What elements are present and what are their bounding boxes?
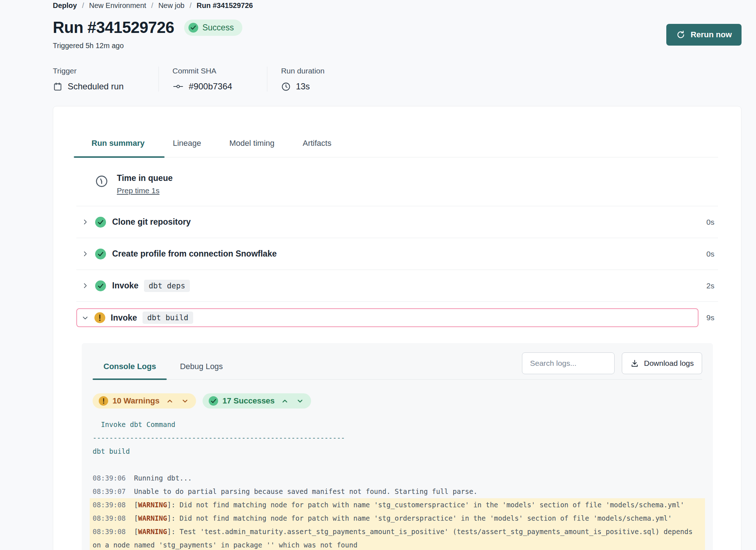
rerun-now-label: Rerun now [691, 30, 732, 39]
commit-icon [173, 82, 184, 91]
log-actions: Download logs [522, 352, 702, 379]
status-badge: Success [184, 20, 242, 36]
badge-label: 10 Warnings [112, 396, 160, 406]
run-detail-page: Deploy/New Environment/New job/Run #3415… [0, 0, 756, 550]
chevron-down-icon[interactable] [180, 398, 190, 404]
time-in-queue-section: Time in queue Prep time 1s [76, 173, 718, 206]
run-tabs: Run summaryLineageModel timingArtifacts [76, 138, 718, 157]
check-circle-icon [95, 249, 106, 259]
download-icon [630, 359, 639, 368]
chevron-right-icon[interactable] [82, 282, 89, 289]
log-tab-console-logs[interactable]: Console Logs [103, 362, 156, 379]
check-circle-icon [95, 217, 106, 228]
log-line: 08:39:08 [WARNING]: Did not find matchin… [90, 498, 705, 512]
step-row-expanded[interactable]: Invokedbt build9s [76, 308, 718, 327]
chevron-up-icon[interactable] [280, 398, 290, 404]
breadcrumb-separator: / [82, 1, 84, 10]
step-title: Invoke [111, 313, 137, 323]
step-row[interactable]: Clone git repository0s [76, 206, 718, 238]
step-command-chip: dbt deps [144, 280, 190, 292]
meta-trigger-value: Scheduled run [68, 81, 124, 92]
refresh-icon [676, 30, 685, 39]
status-badge-label: Success [202, 23, 234, 33]
log-line: 08:39:08 [WARNING]: Test 'test.admin_mat… [90, 525, 705, 550]
prep-time-link[interactable]: Prep time 1s [117, 186, 160, 195]
chevron-down-icon[interactable] [295, 398, 305, 404]
log-blank-line [90, 458, 705, 471]
step-duration: 9s [706, 313, 714, 322]
step-list: Clone git repository0sCreate profile fro… [76, 206, 718, 327]
breadcrumb-separator: / [151, 1, 153, 10]
step-command-chip: dbt build [143, 312, 193, 324]
log-line: 08:39:07 Unable to do partial parsing be… [90, 485, 705, 498]
tab-lineage[interactable]: Lineage [173, 138, 201, 157]
chevron-right-icon[interactable] [82, 250, 89, 257]
breadcrumb-item[interactable]: New job [158, 1, 184, 10]
log-command-line: dbt build [90, 445, 705, 458]
warning-icon [94, 312, 105, 323]
breadcrumb: Deploy/New Environment/New job/Run #3415… [53, 1, 742, 10]
check-circle-icon [188, 23, 198, 33]
badge-label: 17 Successes [222, 396, 275, 406]
search-logs-input[interactable] [522, 352, 615, 374]
step-row[interactable]: Create profile from connection Snowflake… [76, 238, 718, 270]
log-level-warning: WARNING [138, 528, 167, 536]
log-line: 08:39:06 Running dbt... [90, 471, 705, 485]
chevron-up-icon[interactable] [165, 398, 175, 404]
clock-icon [281, 82, 291, 92]
breadcrumb-item[interactable]: New Environment [89, 1, 146, 10]
log-line: 08:39:08 [WARNING]: Did not find matchin… [90, 512, 705, 525]
log-level-warning: WARNING [138, 501, 167, 509]
meta-commit-value: #900b7364 [189, 81, 232, 92]
step-expanded-box[interactable]: Invokedbt build [76, 308, 698, 327]
run-meta: Trigger Scheduled run Commit SHA #900b73… [53, 67, 742, 92]
log-timestamp: 08:39:07 [93, 487, 126, 495]
time-in-queue-title: Time in queue [117, 173, 173, 183]
check-circle-icon [95, 280, 106, 291]
page-title: Run #341529726 [53, 18, 174, 37]
log-panel: Console LogsDebug Logs Download logs 10 … [82, 343, 713, 550]
tab-run-summary[interactable]: Run summary [92, 138, 145, 157]
meta-trigger: Trigger Scheduled run [53, 67, 158, 92]
chevron-right-icon[interactable] [82, 219, 89, 225]
breadcrumb-item: Run #341529726 [196, 1, 253, 10]
meta-commit-label: Commit SHA [173, 67, 232, 75]
log-command-line: Invoke dbt Command [90, 418, 705, 431]
tab-model-timing[interactable]: Model timing [229, 138, 275, 157]
page-header: Run #341529726 Success [53, 18, 742, 37]
tab-artifacts[interactable]: Artifacts [303, 138, 331, 157]
log-tab-debug-logs[interactable]: Debug Logs [180, 362, 223, 379]
step-duration: 2s [706, 282, 714, 290]
rerun-now-button[interactable]: Rerun now [666, 24, 742, 46]
download-logs-button[interactable]: Download logs [622, 352, 702, 374]
calendar-icon [53, 82, 63, 92]
log-command-line: ----------------------------------------… [90, 431, 705, 445]
clock-icon [94, 174, 109, 189]
step-row[interactable]: Invokedbt deps2s [76, 270, 718, 302]
meta-trigger-label: Trigger [53, 67, 124, 75]
step-title: Invoke [112, 281, 139, 291]
log-timestamp: 08:39:08 [93, 514, 126, 522]
breadcrumb-separator: / [190, 1, 192, 10]
run-summary-card: Run summaryLineageModel timingArtifacts … [53, 106, 742, 550]
meta-duration-value: 13s [296, 81, 310, 92]
log-header: Console LogsDebug Logs Download logs [93, 352, 702, 380]
triggered-text: Triggered 5h 12m ago [53, 42, 742, 50]
step-title: Create profile from connection Snowflake [112, 249, 277, 259]
chevron-down-icon[interactable] [82, 314, 89, 321]
log-tabs: Console LogsDebug Logs [93, 362, 223, 379]
check-circle-icon [209, 396, 218, 406]
log-filter-badges: 10 Warnings17 Successes [93, 393, 702, 409]
log-timestamp: 08:39:08 [93, 501, 126, 509]
log-level-warning: WARNING [138, 514, 167, 522]
log-timestamp: 08:39:08 [93, 528, 126, 536]
console-log-content: Invoke dbt Command----------------------… [93, 418, 702, 550]
meta-commit: Commit SHA #900b7364 [158, 67, 267, 92]
warning-icon [99, 396, 108, 406]
download-logs-label: Download logs [644, 359, 694, 368]
meta-duration-label: Run duration [281, 67, 324, 75]
breadcrumb-item[interactable]: Deploy [53, 1, 77, 10]
step-title: Clone git repository [112, 217, 191, 227]
log-timestamp: 08:39:06 [93, 474, 126, 482]
step-duration: 0s [706, 218, 714, 227]
